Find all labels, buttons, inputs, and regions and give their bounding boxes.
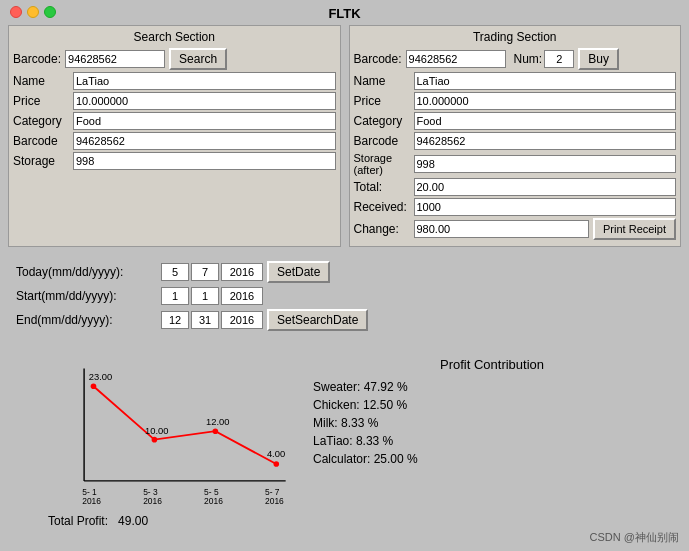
chart-label-0: 23.00 <box>89 372 112 382</box>
search-price-label: Price <box>13 94 73 108</box>
chart-label-2: 12.00 <box>206 417 229 427</box>
trading-num-label: Num: <box>514 52 543 66</box>
search-button[interactable]: Search <box>169 48 227 70</box>
search-category-label: Category <box>13 114 73 128</box>
search-section: Search Section Barcode: Search Name Pric… <box>8 25 341 247</box>
trading-change-label: Change: <box>354 222 414 236</box>
chart-point-1 <box>152 437 158 443</box>
print-receipt-button[interactable]: Print Receipt <box>593 218 676 240</box>
search-category-input[interactable] <box>73 112 336 130</box>
total-profit-label: Total Profit: <box>48 514 108 528</box>
search-barcode-label: Barcode: <box>13 52 61 66</box>
today-day-input[interactable] <box>191 263 219 281</box>
trading-received-input[interactable] <box>414 198 677 216</box>
trading-category-input[interactable] <box>414 112 677 130</box>
search-price-input[interactable] <box>73 92 336 110</box>
trading-num-input[interactable] <box>544 50 574 68</box>
trading-total-input[interactable] <box>414 178 677 196</box>
trading-total-label: Total: <box>354 180 414 194</box>
chart-point-3 <box>273 461 279 467</box>
search-barcode-input[interactable] <box>65 50 165 68</box>
profit-item: Sweater: 47.92 % <box>313 380 671 394</box>
chart-point-2 <box>213 428 219 434</box>
search-name-input[interactable] <box>73 72 336 90</box>
chart-xlabel-0b: 2016 <box>82 496 101 506</box>
trading-barcode-label: Barcode: <box>354 52 402 66</box>
chart-area: 23.00 10.00 12.00 4.00 5- 1 2016 5- 3 20… <box>8 349 303 551</box>
trading-section-title: Trading Section <box>354 30 677 44</box>
today-month-input[interactable] <box>161 263 189 281</box>
chart-xlabel-2b: 2016 <box>204 496 223 506</box>
trading-section: Trading Section Barcode: Num: Buy Name P… <box>349 25 682 247</box>
trading-storage-input[interactable] <box>414 155 677 173</box>
start-year-input[interactable] <box>221 287 263 305</box>
trading-name-label: Name <box>354 74 414 88</box>
start-day-input[interactable] <box>191 287 219 305</box>
trading-barcode-input[interactable] <box>406 50 506 68</box>
trading-change-input[interactable] <box>414 220 590 238</box>
buy-button[interactable]: Buy <box>578 48 619 70</box>
setsearchdate-button[interactable]: SetSearchDate <box>267 309 368 331</box>
today-year-input[interactable] <box>221 263 263 281</box>
end-day-input[interactable] <box>191 311 219 329</box>
profit-item: Chicken: 12.50 % <box>313 398 671 412</box>
end-label: End(mm/dd/yyyy): <box>16 313 161 327</box>
profit-items: Sweater: 47.92 %Chicken: 12.50 %Milk: 8.… <box>313 380 671 466</box>
chart-xlabel-1b: 2016 <box>143 496 162 506</box>
search-barcode2-input[interactable] <box>73 132 336 150</box>
close-button[interactable] <box>10 6 22 18</box>
profit-item: Calculator: 25.00 % <box>313 452 671 466</box>
end-year-input[interactable] <box>221 311 263 329</box>
date-section: Today(mm/dd/yyyy): SetDate Start(mm/dd/y… <box>8 257 681 339</box>
total-profit-value: 49.00 <box>118 514 148 528</box>
start-month-input[interactable] <box>161 287 189 305</box>
profit-item: LaTiao: 8.33 % <box>313 434 671 448</box>
trading-received-label: Received: <box>354 200 414 214</box>
trading-storage-label: Storage(after) <box>354 152 414 176</box>
chart-label-3: 4.00 <box>267 449 285 459</box>
chart-label-1: 10.00 <box>145 426 168 436</box>
window-title: FLTK <box>0 0 689 25</box>
search-storage-label: Storage <box>13 154 73 168</box>
trading-category-label: Category <box>354 114 414 128</box>
watermark: CSDN @神仙别闹 <box>590 530 679 545</box>
today-label: Today(mm/dd/yyyy): <box>16 265 161 279</box>
search-section-title: Search Section <box>13 30 336 44</box>
minimize-button[interactable] <box>27 6 39 18</box>
maximize-button[interactable] <box>44 6 56 18</box>
profit-title: Profit Contribution <box>313 357 671 372</box>
search-storage-input[interactable] <box>73 152 336 170</box>
profit-section: Profit Contribution Sweater: 47.92 %Chic… <box>303 349 681 551</box>
search-barcode2-label: Barcode <box>13 134 73 148</box>
profit-item: Milk: 8.33 % <box>313 416 671 430</box>
start-label: Start(mm/dd/yyyy): <box>16 289 161 303</box>
trading-name-input[interactable] <box>414 72 677 90</box>
trading-price-label: Price <box>354 94 414 108</box>
chart-xlabel-3b: 2016 <box>265 496 284 506</box>
trading-price-input[interactable] <box>414 92 677 110</box>
trading-barcode2-input[interactable] <box>414 132 677 150</box>
trading-barcode2-label: Barcode <box>354 134 414 148</box>
end-month-input[interactable] <box>161 311 189 329</box>
chart-point-0 <box>91 383 97 389</box>
setdate-button[interactable]: SetDate <box>267 261 330 283</box>
line-chart: 23.00 10.00 12.00 4.00 5- 1 2016 5- 3 20… <box>48 359 303 509</box>
total-profit: Total Profit: 49.00 <box>48 514 293 528</box>
search-name-label: Name <box>13 74 73 88</box>
